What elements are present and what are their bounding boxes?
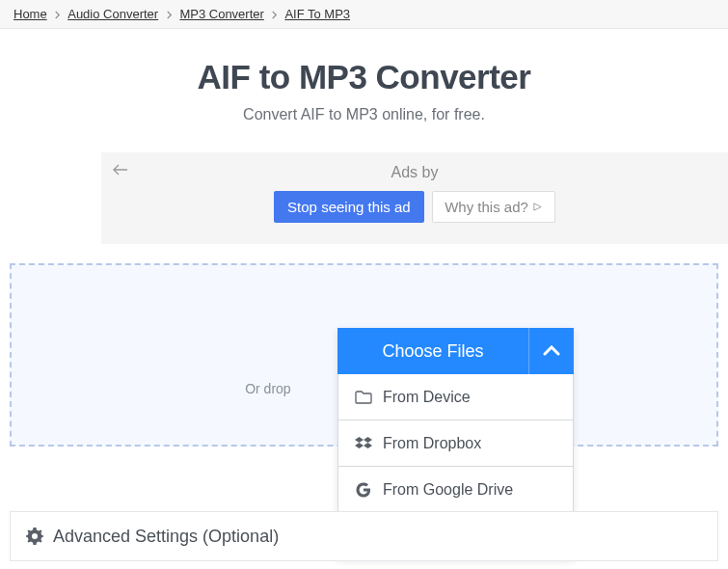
google-icon: [352, 482, 375, 498]
from-dropbox-item[interactable]: From Dropbox: [337, 420, 574, 467]
from-google-drive-label: From Google Drive: [383, 481, 513, 499]
ads-by-label: Ads by: [101, 164, 728, 181]
advanced-settings-label: Advanced Settings (Optional): [53, 527, 279, 547]
breadcrumb-mp3-converter[interactable]: MP3 Converter: [179, 7, 263, 21]
gear-icon: [26, 528, 43, 545]
ad-block: Ads by Stop seeing this ad Why this ad?: [101, 152, 728, 244]
folder-icon: [352, 391, 375, 404]
chevron-right-icon: [166, 7, 173, 21]
breadcrumb: Home Audio Converter MP3 Converter AIF T…: [0, 0, 728, 29]
chevron-right-icon: [271, 7, 278, 21]
dropbox-icon: [352, 436, 375, 451]
advanced-settings-toggle[interactable]: Advanced Settings (Optional): [10, 511, 718, 561]
breadcrumb-audio-converter[interactable]: Audio Converter: [67, 7, 158, 21]
choose-files-button[interactable]: Choose Files: [337, 328, 529, 374]
from-device-item[interactable]: From Device: [337, 374, 574, 420]
chevron-right-icon: [54, 7, 61, 21]
stop-seeing-ad-button[interactable]: Stop seeing this ad: [274, 191, 424, 223]
why-this-ad-button[interactable]: Why this ad?: [432, 191, 555, 223]
from-device-label: From Device: [383, 389, 471, 406]
adchoices-icon: [532, 199, 543, 215]
chooser-toggle-button[interactable]: [529, 328, 574, 374]
from-google-drive-item[interactable]: From Google Drive: [337, 467, 574, 513]
arrow-left-icon[interactable]: [113, 162, 128, 179]
breadcrumb-home[interactable]: Home: [13, 7, 47, 21]
breadcrumb-aif-to-mp3[interactable]: AIF To MP3: [284, 7, 350, 21]
page-title: AIF to MP3 Converter: [0, 58, 728, 96]
chevron-up-icon: [543, 341, 560, 362]
from-dropbox-label: From Dropbox: [383, 435, 481, 452]
page-subtitle: Convert AIF to MP3 online, for free.: [0, 106, 728, 123]
